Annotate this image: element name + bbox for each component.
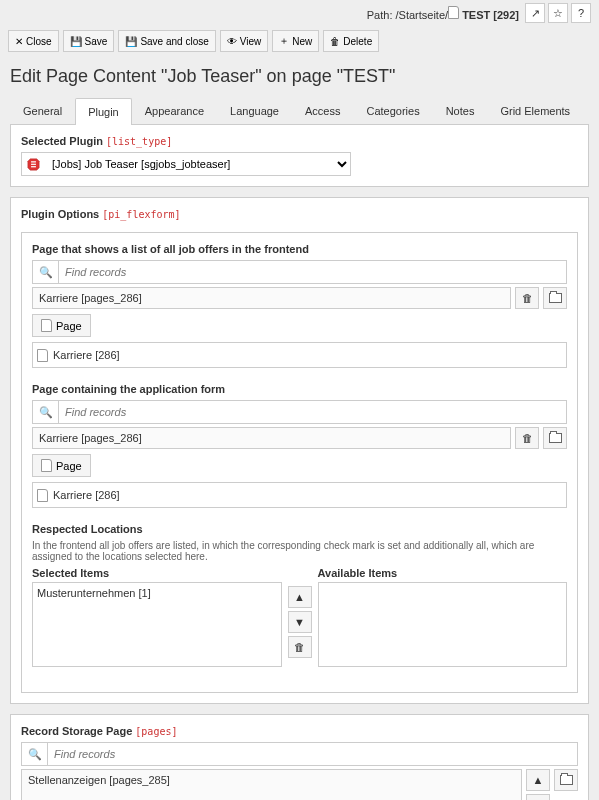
- move-up-button[interactable]: ▲: [288, 586, 312, 608]
- storage-page-label: Record Storage Page [pages]: [21, 725, 578, 737]
- page-title: Edit Page Content "Job Teaser" on page "…: [10, 66, 589, 87]
- field-respected-locations: Respected Locations In the frontend all …: [32, 523, 567, 667]
- tab-access[interactable]: Access: [292, 97, 353, 124]
- page-icon: [41, 319, 52, 332]
- tab-notes[interactable]: Notes: [433, 97, 488, 124]
- selected-page-entry[interactable]: Karriere [pages_286]: [32, 427, 511, 449]
- svg-rect-3: [31, 166, 36, 167]
- folder-icon: [549, 433, 562, 443]
- search-input[interactable]: [47, 742, 578, 766]
- move-down-button[interactable]: ▼: [288, 611, 312, 633]
- tab-grid-elements[interactable]: Grid Elements: [487, 97, 583, 124]
- close-button[interactable]: ✕Close: [8, 30, 59, 52]
- selected-page-entry[interactable]: Karriere [pages_286]: [32, 287, 511, 309]
- save-icon: 💾: [125, 36, 137, 47]
- view-button[interactable]: 👁View: [220, 30, 269, 52]
- page-icon: [37, 489, 48, 502]
- svg-rect-1: [31, 161, 36, 162]
- search-icon: 🔍: [21, 742, 47, 766]
- browse-button[interactable]: [543, 287, 567, 309]
- plugin-select[interactable]: [Jobs] Job Teaser [sgjobs_jobteaser]: [21, 152, 351, 176]
- search-input[interactable]: [58, 400, 567, 424]
- remove-button[interactable]: 🗑: [515, 427, 539, 449]
- page-item[interactable]: Karriere [286]: [32, 482, 567, 508]
- page-icon: [37, 349, 48, 362]
- tab-appearance[interactable]: Appearance: [132, 97, 217, 124]
- tab-bar: General Plugin Appearance Language Acces…: [10, 97, 589, 125]
- action-toolbar: ✕Close 💾Save 💾Save and close 👁View ＋New …: [0, 26, 599, 56]
- svg-rect-2: [31, 163, 36, 164]
- remove-button[interactable]: 🗑: [515, 287, 539, 309]
- tab-language[interactable]: Language: [217, 97, 292, 124]
- save-icon: 💾: [70, 36, 82, 47]
- page-icon: [41, 459, 52, 472]
- plugin-options-label: Plugin Options [pi_flexform]: [21, 208, 578, 220]
- page-button[interactable]: Page: [32, 314, 91, 337]
- plugin-icon: [22, 158, 44, 171]
- selected-plugin-label: Selected Plugin [list_type]: [21, 135, 578, 147]
- folder-icon: [560, 775, 573, 785]
- eye-icon: 👁: [227, 36, 237, 47]
- selected-items-list[interactable]: Musterunternehmen [1]: [32, 582, 282, 667]
- close-icon: ✕: [15, 36, 23, 47]
- tab-categories[interactable]: Categories: [353, 97, 432, 124]
- move-up-button[interactable]: ▲: [526, 769, 550, 791]
- available-items-list[interactable]: [318, 582, 568, 667]
- search-icon: 🔍: [32, 400, 58, 424]
- new-button[interactable]: ＋New: [272, 30, 319, 52]
- help-icon[interactable]: ?: [571, 3, 591, 23]
- storage-entry[interactable]: Stellenanzeigen [pages_285]: [21, 769, 522, 800]
- save-close-button[interactable]: 💾Save and close: [118, 30, 215, 52]
- page-item[interactable]: Karriere [286]: [32, 342, 567, 368]
- remove-item-button[interactable]: 🗑: [288, 636, 312, 658]
- browse-button[interactable]: [543, 427, 567, 449]
- tab-plugin[interactable]: Plugin: [75, 98, 132, 125]
- open-external-icon[interactable]: ↗: [525, 3, 545, 23]
- bookmark-icon[interactable]: ☆: [548, 3, 568, 23]
- breadcrumb-path: Path: /Startseite/ TEST [292]: [367, 6, 519, 21]
- field-application-form-page: Page containing the application form 🔍 K…: [32, 383, 567, 508]
- plugin-dropdown[interactable]: [Jobs] Job Teaser [sgjobs_jobteaser]: [44, 153, 350, 175]
- search-icon: 🔍: [32, 260, 58, 284]
- plus-icon: ＋: [279, 34, 289, 48]
- folder-icon: [549, 293, 562, 303]
- page-button[interactable]: Page: [32, 454, 91, 477]
- save-button[interactable]: 💾Save: [63, 30, 115, 52]
- browse-button[interactable]: [554, 769, 578, 791]
- delete-button[interactable]: 🗑Delete: [323, 30, 379, 52]
- field-job-list-page: Page that shows a list of all job offers…: [32, 243, 567, 368]
- search-input[interactable]: [58, 260, 567, 284]
- page-icon: [448, 6, 459, 19]
- move-down-button[interactable]: ▼: [526, 794, 550, 800]
- trash-icon: 🗑: [330, 36, 340, 47]
- tab-general[interactable]: General: [10, 97, 75, 124]
